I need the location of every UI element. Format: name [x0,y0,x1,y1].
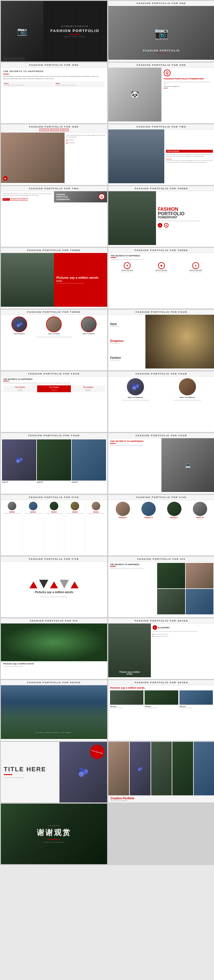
slide-5-item1: ◆ GRAPHICS [66,139,105,141]
slide-8-note-a: A Note [158,223,162,229]
slide-20-photo4 [186,589,213,614]
slide-12-word1: Style Lorem ipsum dolor. [110,323,144,327]
slide-18-item1: PRODUCT A Lorem ipsum. [111,502,135,552]
slide-24-photo3 [179,690,213,705]
slide-11-label3: READY TO BUSINESS [81,333,97,334]
slide-10-service2-icon: ◆ [158,262,165,269]
slide-22-economy-title: ECONOMY [158,626,170,629]
slide-23-overlay-text: Lorem ipsum dolor sit amet. [1,732,107,733]
slide-17-photo2 [29,502,37,510]
slide-17-photo3 [50,502,58,510]
slide-23-overlay: Lorem ipsum dolor sit amet. [1,732,107,733]
slide-12-left: Style Lorem ipsum dolor. Gorgeous Lorem … [108,315,146,369]
slide-25-body: TITLE HERE Lorem ipsum dolor sit amet co… [1,742,107,802]
slide-8-big-title3: POWERPOINT [158,216,213,219]
slide-22-item2: Lorem ipsum dolor sit amet. [152,635,213,637]
slide-3-note2: Note 2 Lorem ipsum dolor sit amet consec… [55,81,105,87]
slide-10-service2-label: SERVICE TWO HERE [145,270,178,271]
slide-21-body: Pictures say a million words Lorem ipsum… [1,624,107,677]
slide-20-header: FASHION PORTFOLIO FOR SIX [108,557,214,562]
slide-21-quote: Pictures say a million words [3,662,105,665]
slide-25-badge-text: The Creative Idea [91,749,103,754]
slide-18-text2: Lorem ipsum. [136,518,161,519]
slide-10-body: THE SECRETS TO HAPPINESS Fashion thinkin… [108,253,214,307]
slide-24-quote: Pictures say a million words. [110,686,213,689]
slide-5-tag1: RED SPRING [40,129,49,131]
slide-16-photo [162,438,214,492]
slide-5-photo: ▶ [1,133,65,183]
slide-26-photo1 [108,742,129,795]
slide-6-body: PROP DESIGN Lorem ipsum dolor sit amet, … [108,129,214,183]
slide-24-item3: Title here Lorem ipsum dolor sit amet. [179,690,213,738]
slide-11-circle3: READY TO BUSINESS [81,317,97,334]
slide-21-text: Lorem ipsum dolor sit amet consectetur. [3,665,105,667]
slide-9-quote-line [56,281,62,281]
slide-21: FASHION PORTFOLIO FOR SIX Pictures say a… [1,618,108,679]
slide-24-text3: Lorem ipsum dolor sit amet. [179,707,213,708]
slide-4-text: Lorem ipsum dolor sit amet, consectetur … [164,81,212,84]
slide-11-circles: 🫐 MORE IN BUSINESS READY TO BUSINESS REA… [3,317,105,334]
slide-25-text: Lorem ipsum dolor sit amet consectetur. [4,777,57,778]
slide-22-title: FASHION PORTFOLIO FOR SEVEN [111,619,212,622]
slide-17-item2: DESIGN Lorem ipsum dolor sit amet consec… [23,502,43,552]
slide-14-text2: Lorem ipsum dolor sit amet consectetur a… [174,399,201,401]
slide-22-body: Pictures say a million words $ ECONOMY L… [108,624,214,677]
slide-9-photo-left [1,253,54,307]
slide-17: FASHION PORTFOLIO FOR FIVE DESIGN Lorem … [1,495,108,556]
slide-3-note1: Note 1 Lorem ipsum dolor sit amet consec… [3,81,54,87]
slide-13-col1-header: Your Company [4,386,36,388]
slide-20-photo3 [157,589,185,614]
slide-22-items: Lorem ipsum dolor sit amet. Lorem ipsum … [152,633,213,637]
slide-7-text: We ultimately a big component of positiv… [3,193,52,196]
slide-20-left: THE SECRETS TO HAPPINESS Fashion thinkin… [108,562,156,616]
slide-20-photo2 [186,563,213,589]
slide-6-text2: Lorem ipsum dolor sit amet, consectetur … [166,160,213,163]
slide-11-label2: READY TO BUSINESS [46,333,62,334]
slide-18-header: FASHION PORTFOLIO FOR FIVE [108,495,214,500]
slide-10: FASHION PORTFOLIO FOR THREE THE SECRETS … [108,248,214,309]
slide-3-notes: Note 1 Lorem ipsum dolor sit amet consec… [3,81,105,87]
slide-19-text: Lorem ipsum dolor sit amet consectetur a… [40,596,68,598]
slide-8-photo [108,191,156,245]
slide-25-title: TITLE HERE [4,766,57,772]
slide-5-right: Lorem ipsum dolor sit amet consectetur a… [65,133,107,183]
slide-16-header: FASHION PORTFOLIO FOR FOUR [108,433,214,438]
slide-12-body: Style Lorem ipsum dolor. Gorgeous Lorem … [108,315,214,369]
slide-27-body: THANKS 谢谢观赏 FASHION PORTFOLIO PRESENTATI… [1,803,107,864]
slide-12-word2: Gorgeous Lorem ipsum dolor. [110,339,144,344]
slide-13-body-text: Fashion thinking is obviously a big comp… [3,382,105,383]
slide-7-nav3: CONTACT [20,198,27,201]
slide-18-circle1 [116,502,130,516]
slide-18-circle4 [193,502,207,516]
slide-19-header: FASHION PORTFOLIO FOR FIVE [1,557,107,562]
slide-11-photo2 [46,317,62,332]
slide-27-subtitle: FASHION PORTFOLIO PRESENTATION [43,842,64,843]
slide-10-divider [111,257,116,258]
slide-13-col3: Your Company Feature A Feature B [71,385,105,392]
slide-16-left: THE SECRETS TO HAPPINESS Fashion thinkin… [108,438,162,492]
slide-4-title: FASHION PORTFOLIO FOR ONE [111,64,212,66]
slide-23-header: FASHION PORTFOLIO FOR SEVEN [1,680,107,685]
slide-25-left: TITLE HERE Lorem ipsum dolor sit amet co… [1,742,59,802]
slide-2-title: FASHION PORTFOLIO FOR ONE [111,2,212,5]
slide-15-header: FASHION PORTFOLIO FOR FOUR [1,433,107,438]
slide-11-photo1: 🫐 [11,317,27,332]
slide-17-text5: Lorem ipsum dolor sit amet consectetur. [87,513,105,514]
slide-18-circle3 [167,502,181,516]
slide-2-overlay-line [157,53,166,53]
slide-14-photo2 [179,378,196,395]
slide-25-photo: 🫐 The Creative Idea [59,742,107,802]
slide-6-photo [108,129,164,183]
slide-12-photo [146,315,214,369]
cover-tag2: 时尚展示 [11,58,17,60]
slide-20-title: FASHION PORTFOLIO FOR SIX [111,558,212,560]
slide-13-table: Your Company Feature A Feature B Your Co… [3,385,105,392]
slide-10-title: FASHION PORTFOLIO FOR THREE [111,249,212,251]
cover-tag3: 图文排版 [18,58,25,60]
slide-11: FASHION PORTFOLIO FOR THREE 🫐 MORE IN BU… [1,309,108,371]
slide-5-tags: RED SPRING APP DESIGN GRAPHICS [3,129,105,131]
slide-20-body-text: Fashion thinking is obviously a big comp… [110,568,154,569]
slide-24-body: Pictures say a million words. Title here… [108,685,214,739]
slide-22-header: FASHION PORTFOLIO FOR SEVEN [108,618,214,624]
slide-3-secret-title: THE SECRETS TO HAPPINESS [3,70,105,73]
